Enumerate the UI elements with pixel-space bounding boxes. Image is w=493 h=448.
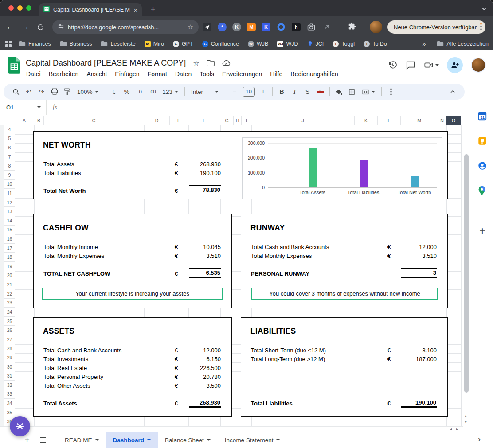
collapse-toolbar-chevron-icon[interactable] <box>446 86 458 98</box>
keep-sidepanel-icon[interactable] <box>477 136 487 146</box>
horizontal-scrollbar[interactable] <box>0 426 463 432</box>
name-box[interactable]: O1 <box>0 104 46 111</box>
sheet-tab-income-statement[interactable]: Income Statement <box>218 432 287 448</box>
decrease-font-size-button[interactable]: − <box>228 86 240 98</box>
cell-value[interactable]: 3 <box>401 268 437 278</box>
bookmark-star-icon[interactable]: ☆ <box>188 23 193 31</box>
close-window-button[interactable] <box>8 5 14 11</box>
account-avatar[interactable] <box>471 58 486 73</box>
cell-label[interactable]: Total Long-Term (due >12 M) <box>251 356 325 362</box>
letter-k-circle-extension-icon[interactable]: K <box>232 23 241 31</box>
cell-value[interactable]: 226.500 <box>189 365 221 371</box>
row-header-4[interactable]: 4 <box>4 125 15 134</box>
name-box-caret-icon[interactable] <box>37 106 41 108</box>
bookmarks-overflow-chevrons[interactable]: » <box>422 40 426 47</box>
decrease-decimals-button[interactable]: .0 <box>134 86 146 98</box>
row-header-25[interactable]: 25 <box>4 317 15 326</box>
cell-currency[interactable]: € <box>175 170 178 176</box>
cell-label[interactable]: Total Cash and Bank Accounts <box>251 244 329 250</box>
new-tab-button[interactable]: + <box>147 4 159 15</box>
sheet-tab-caret-icon[interactable] <box>207 439 211 441</box>
bookmark-wjd[interactable]: WJWJD <box>277 41 298 47</box>
bookmark-miro[interactable]: MMiro <box>145 41 164 47</box>
bold-button[interactable]: B <box>276 86 288 98</box>
cell-label[interactable]: Total Liabilities <box>43 170 81 176</box>
merge-cells-icon[interactable] <box>359 86 378 98</box>
star-document-icon[interactable]: ☆ <box>193 59 199 67</box>
browser-tab[interactable]: Capital Dashboard [PLEASE M × <box>39 3 142 16</box>
cell-currency[interactable]: € <box>175 270 178 277</box>
cell-value[interactable]: 268.930 <box>189 398 221 408</box>
cell-label[interactable]: TOTAL NET CASHFLOW <box>43 270 110 277</box>
ring-extension-icon[interactable] <box>276 22 286 32</box>
row-header-18[interactable]: 18 <box>4 253 15 262</box>
row-header-30[interactable]: 30 <box>4 362 15 372</box>
tab-close-icon[interactable]: × <box>133 7 137 13</box>
sheet-tab-dashboard[interactable]: Dashboard <box>106 432 158 448</box>
cashflow-message[interactable]: Your current lifestyle is increaing your… <box>42 288 223 300</box>
formula-input[interactable] <box>57 100 470 115</box>
cell-label[interactable]: Total Short-Term (due ≤12 M) <box>251 347 326 354</box>
menu-bedienungshilfen[interactable]: Bedienungshilfen <box>286 70 342 78</box>
cell-value[interactable]: 3.500 <box>189 382 221 389</box>
cell-value[interactable]: 10.045 <box>189 244 221 250</box>
cell-currency[interactable]: € <box>387 356 391 362</box>
cell-currency[interactable]: € <box>387 400 391 407</box>
cell-currency[interactable]: € <box>175 382 178 389</box>
format-currency-button[interactable]: € <box>108 86 120 98</box>
vertical-scrollbar[interactable] <box>464 154 469 393</box>
row-header-16[interactable]: 16 <box>4 234 15 244</box>
cell-currency[interactable]: € <box>175 244 178 250</box>
font-select[interactable]: Inter <box>188 86 222 98</box>
scroll-left-arrow-icon[interactable]: ◂ <box>450 426 452 431</box>
column-header-c[interactable]: C <box>44 116 144 125</box>
share-button[interactable] <box>447 57 463 73</box>
row-header-12[interactable]: 12 <box>4 198 15 207</box>
cell-label[interactable]: Total Assets <box>43 161 74 168</box>
cell-currency[interactable]: € <box>387 347 391 354</box>
cell-currency[interactable]: € <box>175 356 178 362</box>
bookmark-wjb[interactable]: WWJB <box>248 41 268 47</box>
search-icon[interactable] <box>10 86 22 98</box>
cell-label[interactable]: Total Net Worth <box>43 187 86 194</box>
cell-currency[interactable]: € <box>387 253 391 259</box>
chart-bar-total-net-worth[interactable] <box>411 176 419 187</box>
sheet-tab-read-me[interactable]: READ ME <box>58 432 106 448</box>
row-header-26[interactable]: 26 <box>4 326 15 335</box>
row-header-6[interactable]: 6 <box>4 143 15 152</box>
bookmark-finances[interactable]: Finances <box>19 41 51 47</box>
side-panel-collapse-chevron[interactable]: › <box>478 434 481 444</box>
bookmark-business[interactable]: Business <box>60 41 92 47</box>
sheet-tab-caret-icon[interactable] <box>147 439 151 441</box>
letter-h-extension-icon[interactable]: h <box>292 23 301 31</box>
cell-currency[interactable]: € <box>175 374 178 380</box>
scroll-right-arrow-icon[interactable]: ▸ <box>456 426 458 431</box>
row-header-35[interactable]: 35 <box>4 408 15 417</box>
column-header-o[interactable]: O <box>446 116 461 125</box>
row-header-13[interactable]: 13 <box>4 207 15 216</box>
menu-hilfe[interactable]: Hilfe <box>266 70 286 78</box>
cell-value[interactable]: 268.930 <box>189 161 221 168</box>
column-header-m[interactable]: M <box>401 116 438 125</box>
row-header-21[interactable]: 21 <box>4 280 15 289</box>
row-header-31[interactable]: 31 <box>4 371 15 381</box>
cell-label[interactable]: Total Monthly Expenses <box>43 253 104 259</box>
menu-bearbeiten[interactable]: Bearbeiten <box>45 70 83 78</box>
tab-search-chevron-icon[interactable] <box>481 5 487 13</box>
bookmark-gpt[interactable]: GGPT <box>173 41 193 47</box>
undo-icon[interactable]: ↶ <box>23 86 35 98</box>
menu-erweiterungen[interactable]: Erweiterungen <box>218 70 266 78</box>
cell-value[interactable]: 6.150 <box>189 356 221 362</box>
forward-button[interactable]: → <box>20 21 31 33</box>
fill-color-icon[interactable] <box>333 86 345 98</box>
cell-value[interactable]: 6.535 <box>189 268 221 278</box>
column-header-k[interactable]: K <box>355 116 378 125</box>
cell-label[interactable]: Total Monthly Expenses <box>251 253 312 259</box>
text-color-button[interactable]: A <box>314 86 326 98</box>
column-header-h[interactable]: H <box>234 116 242 125</box>
column-header-j[interactable]: J <box>251 116 355 125</box>
row-header-15[interactable]: 15 <box>4 226 15 235</box>
sheet-tab-balance-sheet[interactable]: Balance Sheet <box>158 432 218 448</box>
font-size-input[interactable]: 10 <box>243 87 255 97</box>
row-header-17[interactable]: 17 <box>4 244 15 253</box>
